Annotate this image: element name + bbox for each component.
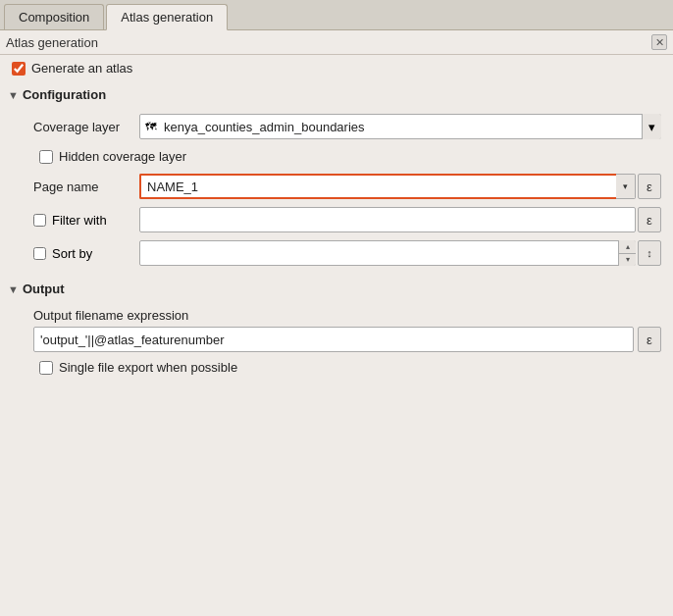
sort-by-order-icon: ↕ (647, 247, 652, 259)
sort-by-order-button[interactable]: ↕ (638, 240, 661, 266)
close-button[interactable]: ✕ (651, 34, 667, 50)
configuration-label: Configuration (23, 87, 106, 102)
hidden-coverage-checkbox[interactable] (39, 150, 53, 164)
configuration-group-content: Coverage layer 🗺 kenya_counties_admin_bo… (0, 106, 673, 276)
output-arrow-icon: ▼ (8, 283, 19, 295)
tab-content: Atlas generation ✕ Generate an atlas ▼ C… (0, 30, 673, 616)
sort-by-up-icon: ▴ (626, 242, 630, 251)
filter-with-label[interactable]: Filter with (52, 213, 107, 228)
hidden-coverage-label[interactable]: Hidden coverage layer (59, 149, 186, 164)
sort-by-control: ▴ ▾ ↕ (139, 240, 661, 266)
main-window: Composition Atlas generation Atlas gener… (0, 0, 673, 616)
output-group-header[interactable]: ▼ Output (0, 278, 673, 300)
output-group-content: Output filename expression 'output_'||@a… (0, 300, 673, 386)
sort-by-checkbox[interactable] (33, 247, 46, 260)
configuration-arrow-icon: ▼ (8, 89, 19, 101)
generate-atlas-label[interactable]: Generate an atlas (31, 61, 132, 76)
configuration-group-header[interactable]: ▼ Configuration (0, 83, 673, 106)
filter-with-row: Filter with ε (0, 203, 673, 236)
output-filename-expression-button[interactable]: ε (638, 327, 661, 352)
sort-by-down-button[interactable]: ▾ (619, 254, 636, 267)
section-header-bar: Atlas generation ✕ (0, 30, 673, 55)
output-filename-label: Output filename expression (33, 308, 661, 323)
coverage-layer-select[interactable]: kenya_counties_admin_boundaries (139, 114, 661, 139)
page-name-dropdown-button[interactable]: ▾ (616, 174, 636, 199)
coverage-layer-row: Coverage layer 🗺 kenya_counties_admin_bo… (0, 110, 673, 143)
coverage-layer-select-wrapper: 🗺 kenya_counties_admin_boundaries ▾ (139, 114, 661, 139)
filter-with-input-wrapper (139, 207, 636, 232)
output-filename-input-row: 'output_'||@atlas_featurenumber ε (33, 327, 661, 352)
single-file-checkbox[interactable] (39, 361, 53, 375)
output-label: Output (23, 282, 65, 296)
page-name-label: Page name (33, 180, 131, 194)
sort-by-row: Sort by ▴ ▾ (0, 236, 673, 270)
generate-atlas-checkbox[interactable] (12, 62, 26, 76)
sort-by-select[interactable] (139, 240, 636, 266)
tab-composition[interactable]: Composition (4, 4, 104, 29)
configuration-group: ▼ Configuration Coverage layer 🗺 kenya_c… (0, 83, 673, 276)
tab-atlas-generation[interactable]: Atlas generation (106, 4, 228, 30)
sort-by-down-icon: ▾ (626, 255, 630, 264)
filter-with-checkbox[interactable] (33, 214, 46, 227)
single-file-row: Single file export when possible (0, 354, 673, 381)
sort-by-label[interactable]: Sort by (52, 246, 92, 261)
output-filename-input[interactable]: 'output_'||@atlas_featurenumber (33, 327, 634, 352)
page-name-control: ▾ ε (139, 174, 661, 199)
filter-with-control: ε (139, 207, 661, 232)
page-name-combo: ▾ (139, 174, 636, 199)
tab-bar: Composition Atlas generation (0, 0, 673, 30)
filter-with-input[interactable] (139, 207, 636, 232)
hidden-coverage-row: Hidden coverage layer (0, 143, 673, 170)
generate-atlas-row: Generate an atlas (0, 55, 673, 81)
page-name-expression-button[interactable]: ε (638, 174, 661, 199)
filter-with-expression-button[interactable]: ε (638, 207, 661, 232)
coverage-layer-control: 🗺 kenya_counties_admin_boundaries ▾ (139, 114, 661, 139)
sort-by-up-button[interactable]: ▴ (619, 240, 636, 254)
single-file-label[interactable]: Single file export when possible (59, 360, 237, 375)
section-bar-title: Atlas generation (6, 35, 98, 50)
output-filename-row: Output filename expression 'output_'||@a… (0, 304, 673, 354)
page-name-input[interactable] (139, 174, 616, 199)
page-name-arrow-icon: ▾ (623, 181, 628, 191)
sort-by-spinner-wrapper: ▴ ▾ (139, 240, 636, 266)
coverage-layer-label: Coverage layer (33, 120, 131, 134)
sort-by-spinner-arrows: ▴ ▾ (618, 240, 636, 266)
output-group: ▼ Output Output filename expression 'out… (0, 278, 673, 386)
page-name-row: Page name ▾ ε (0, 170, 673, 203)
